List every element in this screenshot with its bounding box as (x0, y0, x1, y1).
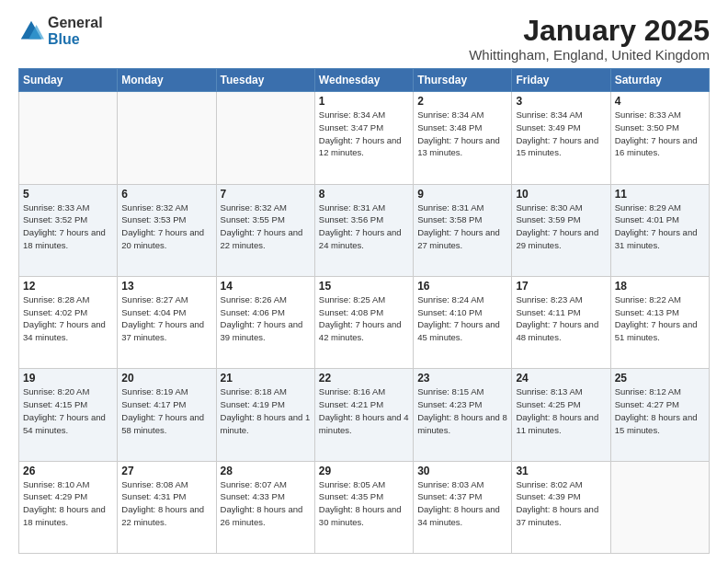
day-number: 18 (615, 280, 705, 293)
calendar-day-cell: 3Sunrise: 8:34 AM Sunset: 3:49 PM Daylig… (512, 92, 610, 184)
month-year-title: January 2025 (469, 15, 710, 47)
calendar-day-cell: 12Sunrise: 8:28 AM Sunset: 4:02 PM Dayli… (19, 276, 118, 368)
day-info: Sunrise: 8:33 AM Sunset: 3:52 PM Dayligh… (23, 201, 113, 252)
header-saturday: Saturday (610, 69, 709, 92)
calendar-day-cell: 26Sunrise: 8:10 AM Sunset: 4:29 PM Dayli… (19, 461, 118, 553)
calendar-day-cell: 9Sunrise: 8:31 AM Sunset: 3:58 PM Daylig… (414, 184, 512, 276)
calendar-day-cell: 10Sunrise: 8:30 AM Sunset: 3:59 PM Dayli… (512, 184, 610, 276)
day-info: Sunrise: 8:05 AM Sunset: 4:35 PM Dayligh… (319, 478, 409, 529)
day-info: Sunrise: 8:16 AM Sunset: 4:21 PM Dayligh… (319, 385, 409, 436)
calendar-week-row: 12Sunrise: 8:28 AM Sunset: 4:02 PM Dayli… (19, 276, 710, 368)
day-info: Sunrise: 8:22 AM Sunset: 4:13 PM Dayligh… (615, 293, 705, 344)
calendar-day-cell: 17Sunrise: 8:23 AM Sunset: 4:11 PM Dayli… (512, 276, 610, 368)
header-thursday: Thursday (414, 69, 512, 92)
day-number: 13 (121, 280, 211, 293)
day-info: Sunrise: 8:19 AM Sunset: 4:17 PM Dayligh… (121, 385, 211, 436)
day-number: 24 (516, 372, 606, 385)
calendar-day-cell: 4Sunrise: 8:33 AM Sunset: 3:50 PM Daylig… (610, 92, 709, 184)
day-number: 14 (221, 280, 311, 293)
day-number: 22 (319, 372, 409, 385)
calendar-day-cell: 29Sunrise: 8:05 AM Sunset: 4:35 PM Dayli… (314, 461, 413, 553)
day-number: 4 (615, 95, 705, 108)
calendar-day-cell (19, 92, 118, 184)
day-info: Sunrise: 8:15 AM Sunset: 4:23 PM Dayligh… (417, 385, 507, 436)
day-info: Sunrise: 8:26 AM Sunset: 4:06 PM Dayligh… (221, 293, 311, 344)
calendar-day-cell: 15Sunrise: 8:25 AM Sunset: 4:08 PM Dayli… (314, 276, 413, 368)
calendar-day-cell: 24Sunrise: 8:13 AM Sunset: 4:25 PM Dayli… (512, 369, 610, 461)
calendar-week-row: 5Sunrise: 8:33 AM Sunset: 3:52 PM Daylig… (19, 184, 710, 276)
day-info: Sunrise: 8:34 AM Sunset: 3:49 PM Dayligh… (516, 109, 606, 159)
calendar-day-cell: 22Sunrise: 8:16 AM Sunset: 4:21 PM Dayli… (314, 369, 413, 461)
header-sunday: Sunday (19, 69, 118, 92)
day-number: 30 (417, 465, 507, 477)
calendar-day-cell: 1Sunrise: 8:34 AM Sunset: 3:47 PM Daylig… (314, 92, 413, 184)
calendar-day-cell: 16Sunrise: 8:24 AM Sunset: 4:10 PM Dayli… (414, 276, 512, 368)
calendar-day-cell: 13Sunrise: 8:27 AM Sunset: 4:04 PM Dayli… (118, 276, 216, 368)
calendar-day-cell: 21Sunrise: 8:18 AM Sunset: 4:19 PM Dayli… (216, 369, 314, 461)
day-info: Sunrise: 8:24 AM Sunset: 4:10 PM Dayligh… (417, 293, 507, 344)
logo-text: General Blue (48, 15, 103, 47)
title-block: January 2025 Whittingham, England, Unite… (469, 15, 710, 63)
day-info: Sunrise: 8:23 AM Sunset: 4:11 PM Dayligh… (516, 293, 606, 344)
calendar-day-cell (610, 461, 709, 553)
day-number: 15 (319, 280, 409, 293)
day-number: 9 (417, 188, 507, 201)
calendar-day-cell: 14Sunrise: 8:26 AM Sunset: 4:06 PM Dayli… (216, 276, 314, 368)
day-number: 19 (23, 372, 113, 385)
day-number: 11 (615, 188, 705, 201)
day-info: Sunrise: 8:20 AM Sunset: 4:15 PM Dayligh… (23, 385, 113, 436)
day-info: Sunrise: 8:28 AM Sunset: 4:02 PM Dayligh… (23, 293, 113, 344)
day-info: Sunrise: 8:31 AM Sunset: 3:56 PM Dayligh… (319, 201, 409, 252)
logo-icon (18, 18, 44, 44)
calendar-day-cell: 27Sunrise: 8:08 AM Sunset: 4:31 PM Dayli… (118, 461, 216, 553)
calendar-day-cell: 31Sunrise: 8:02 AM Sunset: 4:39 PM Dayli… (512, 461, 610, 553)
calendar-week-row: 26Sunrise: 8:10 AM Sunset: 4:29 PM Dayli… (19, 461, 710, 553)
day-info: Sunrise: 8:13 AM Sunset: 4:25 PM Dayligh… (516, 385, 606, 436)
calendar-day-cell: 6Sunrise: 8:32 AM Sunset: 3:53 PM Daylig… (118, 184, 216, 276)
day-number: 21 (221, 372, 311, 385)
header: General Blue January 2025 Whittingham, E… (18, 15, 710, 63)
logo-blue-label: Blue (48, 31, 103, 48)
day-info: Sunrise: 8:10 AM Sunset: 4:29 PM Dayligh… (23, 478, 113, 529)
header-friday: Friday (512, 69, 610, 92)
day-number: 12 (23, 280, 113, 293)
header-wednesday: Wednesday (314, 69, 413, 92)
calendar-week-row: 19Sunrise: 8:20 AM Sunset: 4:15 PM Dayli… (19, 369, 710, 461)
day-info: Sunrise: 8:31 AM Sunset: 3:58 PM Dayligh… (417, 201, 507, 252)
day-number: 1 (319, 95, 409, 108)
day-info: Sunrise: 8:30 AM Sunset: 3:59 PM Dayligh… (516, 201, 606, 252)
day-info: Sunrise: 8:32 AM Sunset: 3:53 PM Dayligh… (121, 201, 211, 252)
day-info: Sunrise: 8:27 AM Sunset: 4:04 PM Dayligh… (121, 293, 211, 344)
day-number: 8 (319, 188, 409, 201)
day-info: Sunrise: 8:12 AM Sunset: 4:27 PM Dayligh… (615, 385, 705, 436)
calendar-day-cell: 18Sunrise: 8:22 AM Sunset: 4:13 PM Dayli… (610, 276, 709, 368)
day-info: Sunrise: 8:25 AM Sunset: 4:08 PM Dayligh… (319, 293, 409, 344)
day-info: Sunrise: 8:29 AM Sunset: 4:01 PM Dayligh… (615, 201, 705, 252)
day-number: 3 (516, 95, 606, 108)
calendar-day-cell: 30Sunrise: 8:03 AM Sunset: 4:37 PM Dayli… (414, 461, 512, 553)
calendar-day-cell: 2Sunrise: 8:34 AM Sunset: 3:48 PM Daylig… (414, 92, 512, 184)
day-info: Sunrise: 8:33 AM Sunset: 3:50 PM Dayligh… (615, 109, 705, 159)
day-info: Sunrise: 8:18 AM Sunset: 4:19 PM Dayligh… (221, 385, 311, 436)
day-info: Sunrise: 8:34 AM Sunset: 3:47 PM Dayligh… (319, 109, 409, 159)
calendar-day-cell: 7Sunrise: 8:32 AM Sunset: 3:55 PM Daylig… (216, 184, 314, 276)
day-number: 23 (417, 372, 507, 385)
calendar-day-cell: 28Sunrise: 8:07 AM Sunset: 4:33 PM Dayli… (216, 461, 314, 553)
day-number: 17 (516, 280, 606, 293)
header-tuesday: Tuesday (216, 69, 314, 92)
day-info: Sunrise: 8:07 AM Sunset: 4:33 PM Dayligh… (221, 478, 311, 529)
day-number: 29 (319, 465, 409, 477)
calendar-day-cell (118, 92, 216, 184)
day-number: 10 (516, 188, 606, 201)
day-number: 31 (516, 465, 606, 477)
day-number: 27 (121, 465, 211, 477)
day-number: 7 (221, 188, 311, 201)
calendar-day-cell: 25Sunrise: 8:12 AM Sunset: 4:27 PM Dayli… (610, 369, 709, 461)
calendar-table: Sunday Monday Tuesday Wednesday Thursday… (18, 68, 710, 554)
page: General Blue January 2025 Whittingham, E… (0, 0, 728, 563)
location-subtitle: Whittingham, England, United Kingdom (469, 47, 710, 63)
day-info: Sunrise: 8:34 AM Sunset: 3:48 PM Dayligh… (417, 109, 507, 159)
day-number: 2 (417, 95, 507, 108)
calendar-day-cell: 23Sunrise: 8:15 AM Sunset: 4:23 PM Dayli… (414, 369, 512, 461)
logo: General Blue (18, 15, 103, 47)
